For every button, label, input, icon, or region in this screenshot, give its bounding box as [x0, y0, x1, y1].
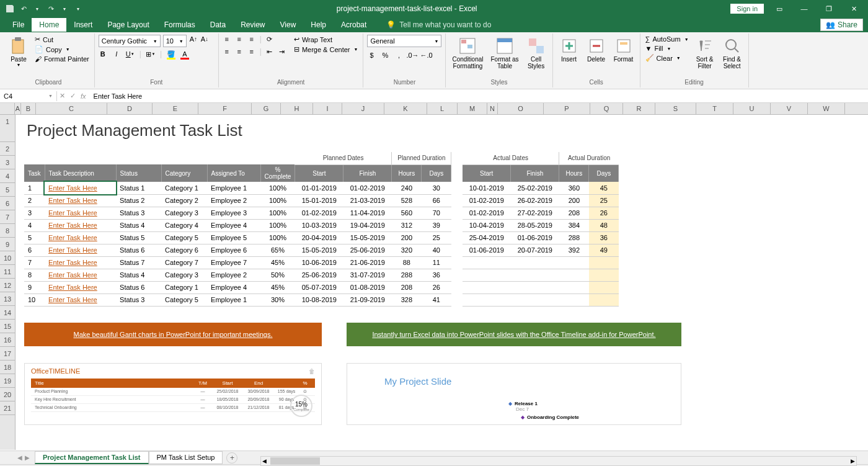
row-header[interactable]: 5	[0, 183, 15, 197]
merge-center-button[interactable]: ⊟Merge & Center▼	[293, 45, 360, 54]
row-header[interactable]: 19	[0, 374, 15, 388]
conditional-formatting-button[interactable]: Conditional Formatting	[450, 35, 485, 71]
ribbon-options-icon[interactable]: ▭	[770, 5, 789, 13]
row-header[interactable]: 18	[0, 361, 15, 374]
indent-increase-icon[interactable]: ⇥	[278, 47, 286, 56]
sheet-nav-next-icon[interactable]: ▶	[25, 454, 30, 461]
task-description-cell[interactable]: Enter Task Here	[45, 293, 116, 306]
bold-button[interactable]: B	[99, 50, 107, 58]
sheet-tab[interactable]: Project Management Task List	[35, 451, 149, 464]
select-all-corner[interactable]	[0, 103, 15, 114]
column-header[interactable]: K	[384, 103, 427, 114]
ribbon-tab-insert[interactable]: Insert	[66, 18, 100, 32]
currency-icon[interactable]: $	[367, 51, 376, 60]
gantt-promo-button[interactable]: Make beautiful Gantt charts in PowerPoin…	[24, 323, 322, 346]
spreadsheet-grid[interactable]: ABCDEFGHIJKLMNOPQRSTUVW 1234567891011121…	[0, 103, 868, 450]
row-header[interactable]: 7	[0, 210, 15, 224]
align-bottom-icon[interactable]: ≡	[247, 35, 256, 43]
column-header[interactable]: S	[655, 103, 696, 114]
name-box[interactable]: C4▼	[0, 91, 57, 101]
format-cells-button[interactable]: Format	[611, 35, 636, 64]
fill-color-button[interactable]: 🪣	[167, 50, 175, 58]
ribbon-tab-page-layout[interactable]: Page Layout	[100, 18, 156, 32]
task-description-cell[interactable]: Enter Task Here	[45, 244, 116, 256]
column-header[interactable]: U	[733, 103, 771, 114]
table-row[interactable]: 9Enter Task HereStatus 6Category 1Employ…	[24, 281, 619, 293]
column-header[interactable]: I	[313, 103, 342, 114]
table-row[interactable]: 2Enter Task HereStatus 2Category 2Employ…	[24, 194, 619, 207]
undo-dropdown-icon[interactable]: ▼	[32, 4, 42, 14]
sheet-nav-prev-icon[interactable]: ◀	[17, 454, 22, 461]
row-header[interactable]: 20	[0, 388, 15, 401]
ribbon-tab-home[interactable]: Home	[32, 18, 66, 32]
close-button[interactable]: ✕	[844, 5, 863, 13]
decrease-decimal-icon[interactable]: ←.0	[422, 51, 430, 60]
share-button[interactable]: 👥 Share	[820, 19, 863, 31]
underline-button[interactable]: U▼	[126, 50, 135, 58]
qat-customize-icon[interactable]: ▼	[73, 4, 83, 14]
font-size-select[interactable]: 10▼	[163, 35, 187, 47]
column-header[interactable]: P	[544, 103, 590, 114]
enter-formula-icon[interactable]: ✓	[70, 92, 76, 100]
row-header[interactable]: 8	[0, 224, 15, 238]
fx-icon[interactable]: fx	[81, 92, 86, 100]
ribbon-tab-formulas[interactable]: Formulas	[157, 18, 203, 32]
row-header[interactable]: 13	[0, 292, 15, 306]
column-header[interactable]: T	[696, 103, 733, 114]
find-select-button[interactable]: Find & Select	[720, 35, 745, 71]
column-header[interactable]: M	[458, 103, 487, 114]
column-header[interactable]: W	[808, 103, 845, 114]
cut-button[interactable]: ✂Cut	[33, 35, 91, 44]
paste-button[interactable]: Paste ▼	[6, 35, 31, 68]
border-button[interactable]: ⊞▼	[146, 50, 155, 58]
align-center-icon[interactable]: ≡	[235, 47, 244, 56]
horizontal-scrollbar[interactable]: ◀ ▶	[260, 456, 857, 466]
scroll-thumb[interactable]	[270, 457, 320, 465]
orientation-icon[interactable]: ⟳	[265, 35, 274, 43]
row-header[interactable]: 10	[0, 251, 15, 265]
align-left-icon[interactable]: ≡	[223, 47, 231, 56]
column-header[interactable]: D	[107, 103, 153, 114]
column-header[interactable]: L	[427, 103, 458, 114]
cell-styles-button[interactable]: Cell Styles	[524, 35, 549, 71]
table-row[interactable]: 7Enter Task HereStatus 7Category 7Employ…	[24, 256, 619, 269]
row-header[interactable]: 14	[0, 306, 15, 320]
row-header[interactable]: 16	[0, 333, 15, 347]
column-header[interactable]: V	[771, 103, 808, 114]
table-row[interactable]: 8Enter Task HereStatus 4Category 3Employ…	[24, 269, 619, 281]
ribbon-tab-file[interactable]: File	[5, 18, 32, 32]
task-description-cell[interactable]: Enter Task Here	[45, 219, 116, 231]
align-middle-icon[interactable]: ≡	[235, 35, 244, 43]
row-header[interactable]: 12	[0, 279, 15, 292]
column-header[interactable]: A	[15, 103, 21, 114]
ribbon-tab-review[interactable]: Review	[233, 18, 272, 32]
column-header[interactable]: C	[36, 103, 107, 114]
percent-icon[interactable]: %	[381, 51, 389, 60]
table-row[interactable]: 5Enter Task HereStatus 5Category 5Employ…	[24, 231, 619, 244]
align-right-icon[interactable]: ≡	[247, 47, 256, 56]
column-header[interactable]: H	[281, 103, 313, 114]
sheet-tab[interactable]: PM Task List Setup	[149, 451, 223, 464]
tellme-input[interactable]: Tell me what you want to do	[399, 20, 491, 29]
table-row[interactable]: 3Enter Task HereStatus 3Category 3Employ…	[24, 207, 619, 219]
number-format-select[interactable]: General▼	[367, 35, 441, 47]
row-header[interactable]: 3	[0, 156, 15, 169]
fill-button[interactable]: ▼Fill▼	[644, 44, 690, 53]
task-description-cell[interactable]: Enter Task Here	[45, 269, 116, 281]
font-name-select[interactable]: Century Gothic▼	[99, 35, 161, 47]
column-header[interactable]: J	[342, 103, 384, 114]
delete-cells-button[interactable]: Delete	[584, 35, 609, 64]
row-header[interactable]: 17	[0, 347, 15, 361]
column-header[interactable]: E	[153, 103, 198, 114]
font-color-button[interactable]: A	[180, 50, 189, 58]
decrease-font-icon[interactable]: A↓	[200, 35, 209, 43]
task-description-cell[interactable]: Enter Task Here	[45, 207, 116, 219]
task-description-cell[interactable]: Enter Task Here	[45, 194, 116, 207]
cancel-formula-icon[interactable]: ✕	[60, 92, 65, 100]
undo-icon[interactable]: ↶	[19, 4, 29, 14]
column-header[interactable]: G	[252, 103, 281, 114]
minimize-button[interactable]: —	[795, 5, 813, 12]
indent-decrease-icon[interactable]: ⇤	[265, 47, 274, 56]
timeline-promo-button[interactable]: Instantly turn Excel data into PowerPoin…	[347, 323, 681, 346]
comma-icon[interactable]: ,	[394, 51, 403, 60]
